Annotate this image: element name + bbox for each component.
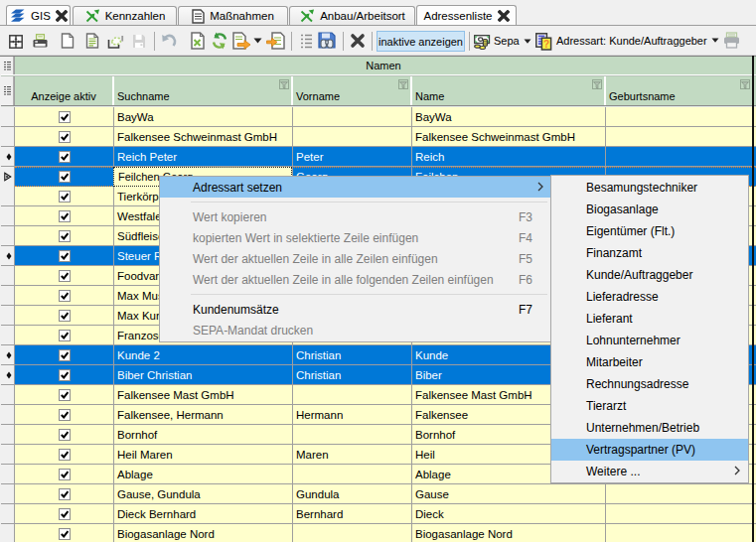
svg-text:?: ? bbox=[543, 39, 549, 50]
